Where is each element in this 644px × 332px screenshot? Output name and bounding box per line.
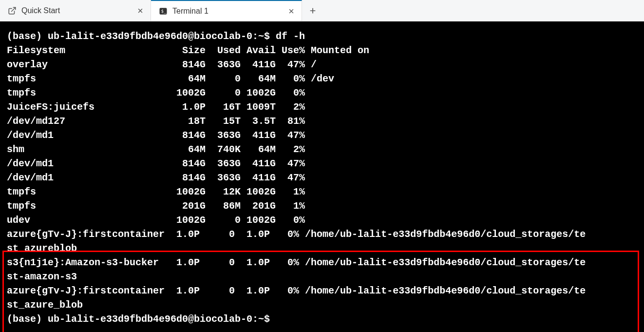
tab-terminal-1[interactable]: $_ Terminal 1 (151, 0, 302, 21)
close-icon[interactable] (287, 7, 296, 16)
svg-line-0 (12, 7, 16, 11)
terminal-output[interactable]: (base) ub-lalit-e33d9fbdb4e96d0@biocolab… (0, 21, 644, 332)
external-link-icon (8, 6, 17, 15)
terminal-icon: $_ (159, 7, 168, 16)
tab-label: Quick Start (21, 6, 131, 15)
close-icon[interactable] (136, 6, 145, 15)
tab-quick-start[interactable]: Quick Start (0, 0, 151, 21)
tab-bar: Quick Start $_ Terminal 1 (0, 0, 644, 21)
new-tab-button[interactable] (302, 0, 323, 21)
annotation-highlight-box (2, 251, 639, 332)
svg-text:$_: $_ (161, 9, 167, 14)
tab-label: Terminal 1 (172, 7, 282, 16)
